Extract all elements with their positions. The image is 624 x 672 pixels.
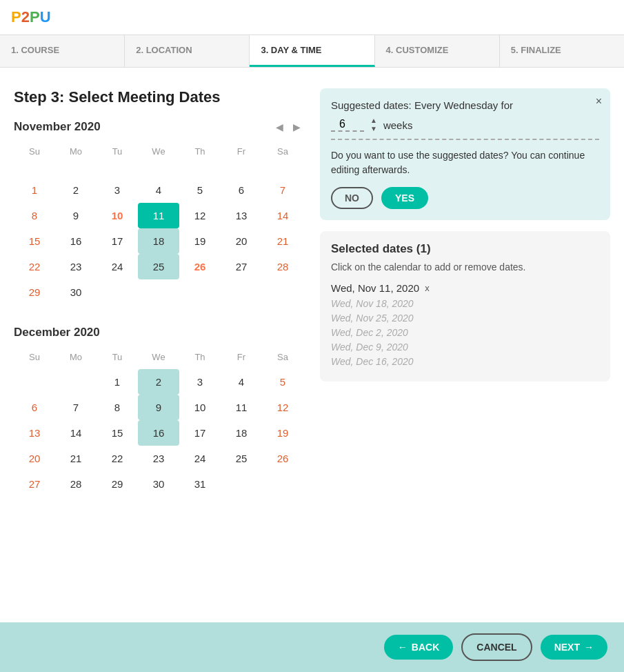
step-day-time[interactable]: 3. DAY & TIME bbox=[250, 35, 374, 67]
nov-8[interactable]: 8 bbox=[14, 203, 55, 228]
nov-24[interactable]: 24 bbox=[97, 254, 138, 279]
suggested-date-4: Wed, Dec 9, 2020 bbox=[331, 342, 599, 353]
day-headers-nov: Su Mo Tu We Th Fr Sa bbox=[14, 142, 303, 161]
dec-13[interactable]: 13 bbox=[14, 420, 55, 446]
dec-25[interactable]: 25 bbox=[221, 446, 262, 471]
suggested-date-2: Wed, Nov 25, 2020 bbox=[331, 313, 599, 324]
nov-22[interactable]: 22 bbox=[14, 254, 55, 279]
dec-16[interactable]: 16 bbox=[138, 420, 179, 446]
dec-21[interactable]: 21 bbox=[55, 446, 97, 471]
nov-21[interactable]: 21 bbox=[262, 228, 303, 254]
nov-week-3: 8 9 10 11 12 13 14 bbox=[14, 203, 303, 228]
back-button[interactable]: ← BACK bbox=[384, 635, 453, 660]
remove-date-button[interactable]: x bbox=[425, 283, 430, 293]
dec-9[interactable]: 9 bbox=[138, 395, 179, 420]
step-finalize[interactable]: 5. FINALIZE bbox=[500, 35, 624, 67]
nov-14[interactable]: 14 bbox=[262, 203, 303, 228]
dec-23[interactable]: 23 bbox=[138, 446, 179, 471]
dec-24[interactable]: 24 bbox=[179, 446, 221, 471]
back-label: BACK bbox=[412, 642, 439, 653]
weeks-up-button[interactable]: ▲ bbox=[370, 117, 378, 125]
nov-4[interactable]: 4 bbox=[138, 177, 179, 203]
suggestion-question: Do you want to use the suggested dates? … bbox=[331, 148, 599, 177]
dec-20[interactable]: 20 bbox=[14, 446, 55, 471]
step-customize[interactable]: 4. CUSTOMIZE bbox=[375, 35, 500, 67]
suggested-weeks-row: ▲ ▼ weeks bbox=[331, 117, 599, 133]
nov-29[interactable]: 29 bbox=[14, 279, 55, 305]
dec-17[interactable]: 17 bbox=[179, 420, 221, 446]
nov-17[interactable]: 17 bbox=[97, 228, 138, 254]
dec-2[interactable]: 2 bbox=[138, 369, 179, 395]
dec-week-4: 20 21 22 23 24 25 26 bbox=[14, 446, 303, 471]
dec-1[interactable]: 1 bbox=[97, 369, 138, 395]
dec-30[interactable]: 30 bbox=[138, 471, 179, 497]
nov-1[interactable]: 1 bbox=[14, 177, 55, 203]
nov-26[interactable]: 26 bbox=[179, 254, 221, 279]
nov-16[interactable]: 16 bbox=[55, 228, 97, 254]
dh-we: We bbox=[138, 142, 179, 161]
dec-29[interactable]: 29 bbox=[97, 471, 138, 497]
nov-7[interactable]: 7 bbox=[262, 177, 303, 203]
nov-28[interactable]: 28 bbox=[262, 254, 303, 279]
nov-2[interactable]: 2 bbox=[55, 177, 97, 203]
yes-button[interactable]: YES bbox=[381, 187, 428, 209]
step-course[interactable]: 1. COURSE bbox=[0, 35, 125, 67]
dec-3[interactable]: 3 bbox=[179, 369, 221, 395]
nov-23[interactable]: 23 bbox=[55, 254, 97, 279]
nov-11[interactable]: 11 bbox=[138, 203, 179, 228]
dec-12[interactable]: 12 bbox=[262, 395, 303, 420]
dec-26[interactable]: 26 bbox=[262, 446, 303, 471]
nov-3[interactable]: 3 bbox=[97, 177, 138, 203]
december-month-label: December 2020 bbox=[14, 326, 303, 339]
nov-30[interactable]: 30 bbox=[55, 279, 97, 305]
step-location[interactable]: 2. LOCATION bbox=[125, 35, 250, 67]
dec-week-5: 27 28 29 30 31 bbox=[14, 471, 303, 497]
nov-week-4: 15 16 17 18 19 20 21 bbox=[14, 228, 303, 254]
selected-dates-hint: Click on the calendar to add or remove d… bbox=[331, 261, 599, 273]
weeks-down-button[interactable]: ▼ bbox=[370, 125, 378, 133]
calendar-header-nov: November 2020 ◀ ▶ bbox=[14, 120, 303, 134]
day-headers-dec: Su Mo Tu We Th Fr Sa bbox=[14, 348, 303, 366]
dec-19[interactable]: 19 bbox=[262, 420, 303, 446]
left-panel: Step 3: Select Meeting Dates November 20… bbox=[14, 88, 303, 517]
nov-27[interactable]: 27 bbox=[221, 254, 262, 279]
dec-4[interactable]: 4 bbox=[221, 369, 262, 395]
nov-25[interactable]: 25 bbox=[138, 254, 179, 279]
nov-5[interactable]: 5 bbox=[179, 177, 221, 203]
nov-9[interactable]: 9 bbox=[55, 203, 97, 228]
nov-13[interactable]: 13 bbox=[221, 203, 262, 228]
next-month-button[interactable]: ▶ bbox=[290, 120, 303, 134]
dec-22[interactable]: 22 bbox=[97, 446, 138, 471]
dh-su: Su bbox=[14, 142, 55, 161]
dec-8[interactable]: 8 bbox=[97, 395, 138, 420]
dec-27[interactable]: 27 bbox=[14, 471, 55, 497]
nov-12[interactable]: 12 bbox=[179, 203, 221, 228]
cancel-button[interactable]: CANCEL bbox=[461, 633, 532, 661]
weeks-input[interactable] bbox=[331, 118, 364, 132]
dec-5[interactable]: 5 bbox=[262, 369, 303, 395]
dec-6[interactable]: 6 bbox=[14, 395, 55, 420]
nov-18[interactable]: 18 bbox=[138, 228, 179, 254]
prev-month-button[interactable]: ◀ bbox=[273, 120, 286, 134]
nov-6[interactable]: 6 bbox=[221, 177, 262, 203]
dec-14[interactable]: 14 bbox=[55, 420, 97, 446]
nov-week-6: 29 30 bbox=[14, 279, 303, 305]
dec-10[interactable]: 10 bbox=[179, 395, 221, 420]
next-button[interactable]: NEXT → bbox=[541, 635, 607, 660]
nov-10[interactable]: 10 bbox=[97, 203, 138, 228]
nov-20[interactable]: 20 bbox=[221, 228, 262, 254]
dec-11[interactable]: 11 bbox=[221, 395, 262, 420]
nov-15[interactable]: 15 bbox=[14, 228, 55, 254]
nov-19[interactable]: 19 bbox=[179, 228, 221, 254]
dec-18[interactable]: 18 bbox=[221, 420, 262, 446]
dec-28[interactable]: 28 bbox=[55, 471, 97, 497]
close-suggested-button[interactable]: × bbox=[596, 95, 602, 108]
steps-nav: 1. COURSE 2. LOCATION 3. DAY & TIME 4. C… bbox=[0, 34, 624, 68]
logo-p: P bbox=[11, 8, 21, 26]
dec-31[interactable]: 31 bbox=[179, 471, 221, 497]
dec-7[interactable]: 7 bbox=[55, 395, 97, 420]
no-button[interactable]: NO bbox=[331, 187, 373, 209]
dec-15[interactable]: 15 bbox=[97, 420, 138, 446]
suggested-label: Suggested dates: Every Wednesday for bbox=[331, 99, 599, 111]
dh-mo: Mo bbox=[55, 142, 97, 161]
